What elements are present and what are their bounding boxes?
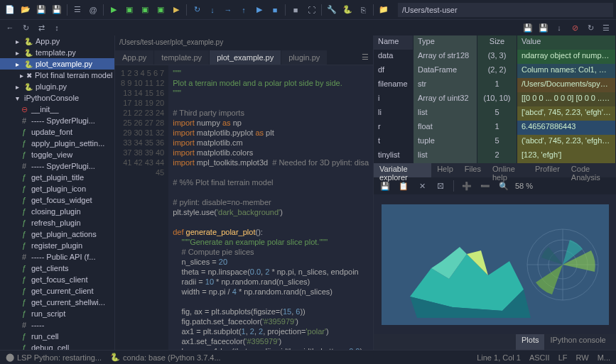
var-row[interactable]: iArray of uint32(10, 10)[[0 0 0 ... 0 0 … [374,92,616,106]
plot-canvas[interactable] [374,194,616,334]
bottom-tab-IPython console[interactable]: IPython console [544,334,611,350]
panel-tab-Files[interactable]: Files [459,163,487,177]
conda-status[interactable]: 🐍 conda: base (Python 3.7.4... [110,353,221,362]
save-plot-icon[interactable]: 💾 [378,179,392,193]
panel-tab-Variable explorer[interactable]: Variable explorer [374,163,431,177]
outline-run_cell[interactable]: ƒrun_cell [0,331,114,342]
new-file-icon[interactable]: 📄 [3,3,17,17]
zoom-in-icon[interactable]: ➕ [460,179,474,193]
outline-get_plugin_actions[interactable]: ƒget_plugin_actions [0,228,114,240]
maximize-icon[interactable]: ⛶ [304,3,318,17]
tab-options-icon[interactable]: ☰ [357,50,373,65]
run-selection-icon[interactable]: ▣ [153,3,168,17]
step-out-icon[interactable]: ↑ [237,3,251,17]
at-icon[interactable]: @ [86,3,100,17]
folder-nav-icon[interactable]: 📁 [377,3,391,17]
outline------ Public API (f...[interactable]: #----- Public API (f... [0,251,114,263]
tab-App.py[interactable]: App.py [115,50,153,65]
bottom-tab-Plots[interactable]: Plots [516,334,544,350]
save-all-icon[interactable]: 💾 [50,3,64,17]
tab-plot_example.py[interactable]: plot_example.py [210,50,281,65]
back-icon[interactable]: ← [3,21,17,35]
outline-refresh_plugin[interactable]: ƒrefresh_plugin [0,217,114,228]
panel-tab-Online help[interactable]: Online help [487,163,529,177]
stop-debug-icon[interactable]: ■ [268,3,282,17]
close-all-icon[interactable]: ⛝ [433,179,448,193]
outline-toggle_view[interactable]: ƒtoggle_view [0,149,114,160]
close-plot-icon[interactable]: ✕ [415,179,429,193]
console-node[interactable]: ▾iPythonConsole [0,92,114,104]
outline-get_current_client[interactable]: ƒget_current_client [0,285,114,297]
var-row[interactable]: tinylistlist2[123, 'efgh'] [374,149,616,163]
var-row[interactable]: lilist5['abcd', 745, 2.23, 'efgh', 70.2] [374,106,616,121]
file-plot_example.py[interactable]: ▸🐍plot_example.py [0,58,114,70]
outline-__init__[interactable]: ⊖__init__ [0,104,114,115]
lsp-status[interactable]: ⬤ LSP Python: restarting... [6,353,102,362]
run-cell-icon[interactable]: ▣ [122,3,136,17]
var-opts-icon[interactable]: ☰ [599,21,613,35]
outline------ SpyderPlugi...[interactable]: #----- SpyderPlugi... [0,160,114,172]
outline------ SpyderPlugi...[interactable]: #----- SpyderPlugi... [0,115,114,126]
var-row[interactable]: dfDataFrame(2, 2)Column names: Col1, Col… [374,64,616,78]
col-type[interactable]: Type [414,35,477,50]
refresh-icon[interactable]: ↻ [18,21,33,35]
continue-icon[interactable]: ▶ [252,3,266,17]
outline-get_focus_widget[interactable]: ƒget_focus_widget [0,194,114,206]
panel-tab-Help[interactable]: Help [431,163,459,177]
outline-closing_plugin[interactable]: ƒclosing_plugin [0,206,114,217]
zoom-fit-icon[interactable]: 🔍 [497,179,511,193]
outline-update_font[interactable]: ƒupdate_font [0,126,114,138]
var-row[interactable]: dataArray of str128(3, 3)ndarray object … [374,50,616,64]
outline-get_plugin_icon[interactable]: ƒget_plugin_icon [0,183,114,194]
var-row[interactable]: filenamestr1/Users/Documents/spyder/spyd… [374,78,616,92]
step-into-icon[interactable]: → [221,3,235,17]
outline-debug_cell[interactable]: ƒdebug_cell [0,342,114,350]
outline-get_focus_client[interactable]: ƒget_focus_client [0,274,114,285]
import-icon[interactable]: ↓ [552,21,566,35]
zoom-out-icon[interactable]: ➖ [478,179,492,193]
panel-tab-Profiler[interactable]: Profiler [529,163,566,177]
step-icon[interactable]: ↓ [205,3,220,17]
outline-get_clients[interactable]: ƒget_clients [0,263,114,274]
col-value[interactable]: Value [517,35,616,50]
debug-icon[interactable]: ↻ [190,3,204,17]
list-icon[interactable]: ☰ [70,3,85,17]
save-var2-icon[interactable]: 💾 [536,21,551,35]
file-template.py[interactable]: ▸🐍template.py [0,47,114,58]
wrench-icon[interactable]: 🔧 [325,3,339,17]
run-icon[interactable]: ▶ [107,3,121,17]
eol[interactable]: LF [558,353,568,362]
code-editor[interactable]: 1 2 3 4 5 6 7 8 9 10 11 12 13 14 15 16 1… [115,65,373,350]
collapse-icon[interactable]: ↕ [50,21,64,35]
refresh-var-icon[interactable]: ↻ [583,21,598,35]
file-Plot final terrain model[interactable]: ▸✖Plot final terrain model [0,70,114,81]
file-plugin.py[interactable]: ▸🐍plugin.py [0,81,114,92]
outline------[interactable]: #----- [0,319,114,331]
panel-tab-Code Analysis[interactable]: Code Analysis [566,163,616,177]
stop-icon[interactable]: ■ [288,3,303,17]
run-again-icon[interactable]: ▶ [169,3,183,17]
col-size[interactable]: Size [477,35,517,50]
outline-apply_plugin_settin...[interactable]: ƒapply_plugin_settin... [0,138,114,149]
path-icon[interactable]: ⎘ [356,3,370,17]
save-icon[interactable]: 💾 [34,3,48,17]
run-cell-advance-icon[interactable]: ▣ [138,3,152,17]
tab-plugin.py[interactable]: plugin.py [281,50,327,65]
var-row[interactable]: rfloat16.46567886443 [374,121,616,135]
working-dir-input[interactable]: /Users/test-user [398,3,613,17]
outline-get_current_shellwi...[interactable]: ƒget_current_shellwi... [0,297,114,308]
encoding[interactable]: ASCII [529,353,550,362]
file-App.py[interactable]: ▸🐍App.py [0,35,114,47]
col-name[interactable]: Name [374,35,414,50]
arrows-icon[interactable]: ⇄ [34,21,48,35]
copy-plot-icon[interactable]: 📋 [396,179,411,193]
tab-template.py[interactable]: template.py [154,50,209,65]
save-var-icon[interactable]: 💾 [521,21,535,35]
delete-all-icon[interactable]: ⊘ [568,21,582,35]
outline-run_script[interactable]: ƒrun_script [0,308,114,319]
python-icon[interactable]: 🐍 [340,3,355,17]
open-folder-icon[interactable]: 📂 [18,3,33,17]
outline-register_plugin[interactable]: ƒregister_plugin [0,240,114,251]
var-row[interactable]: ttuple5('abcd', 745, 2.23, 'efgh', 70.2) [374,135,616,149]
outline-get_plugin_title[interactable]: ƒget_plugin_title [0,172,114,183]
